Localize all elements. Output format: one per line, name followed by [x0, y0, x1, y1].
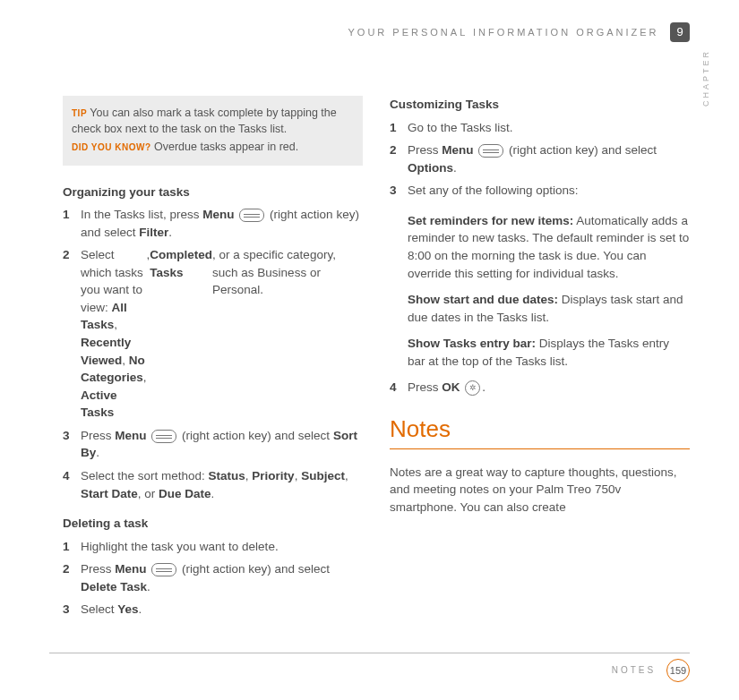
step-text: Select Yes. [81, 601, 363, 619]
step-text: Go to the Tasks list. [408, 119, 690, 137]
step: 3 Press Menu (right action key) and sele… [63, 427, 363, 462]
step-text: Select the sort method: Status, Priority… [81, 467, 363, 502]
option-label: Set reminders for new items: [408, 214, 573, 227]
section-divider [390, 448, 690, 449]
step-text: Press Menu (right action key) and select… [81, 560, 363, 595]
ok-key-icon: ✲ [465, 380, 480, 396]
page-header: YOUR PERSONAL INFORMATION ORGANIZER 9 [63, 22, 690, 42]
menu-key-icon [151, 563, 176, 576]
step-text: Select which tasks you want to view: All… [81, 246, 147, 422]
option-label: Show Tasks entry bar: [408, 337, 536, 350]
option-label: Show start and due dates: [408, 293, 558, 306]
menu-key-icon [239, 209, 264, 222]
tip-text: You can also mark a task complete by tap… [72, 107, 337, 135]
step-text: Set any of the following options: [408, 182, 690, 200]
step-text: Press OK ✲. [408, 379, 690, 397]
option-block: Set reminders for new items: Automatical… [408, 212, 690, 282]
tip-label: TIP [72, 108, 87, 118]
content-columns: TIP You can also mark a task complete by… [63, 96, 690, 631]
option-block: Show Tasks entry bar: Displays the Tasks… [408, 335, 690, 370]
step-number: 3 [63, 601, 81, 619]
did-you-know-label: DID YOU KNOW? [72, 142, 151, 152]
step: 3 Select Yes. [63, 601, 363, 619]
customizing-steps-end: 4 Press OK ✲. [390, 379, 690, 397]
step: 1 In the Tasks list, press Menu (right a… [63, 206, 363, 241]
manual-page: YOUR PERSONAL INFORMATION ORGANIZER 9 CH… [0, 0, 739, 700]
step: 4 Select the sort method: Status, Priori… [63, 467, 363, 502]
step-number: 3 [390, 182, 408, 200]
did-you-know-text: Overdue tasks appear in red. [154, 141, 298, 153]
step-number: 4 [63, 467, 81, 502]
step-number: 1 [63, 206, 81, 241]
tip-box: TIP You can also mark a task complete by… [63, 96, 363, 166]
right-column: Customizing Tasks 1 Go to the Tasks list… [390, 96, 690, 631]
step-text: Press Menu (right action key) and select… [81, 427, 363, 462]
deleting-steps: 1 Highlight the task you want to delete.… [63, 538, 363, 619]
step-number: 2 [390, 141, 408, 176]
left-column: TIP You can also mark a task complete by… [63, 96, 363, 631]
menu-key-icon [478, 144, 503, 158]
chapter-vertical-label: CHAPTER [701, 49, 710, 107]
step: 4 Press OK ✲. [390, 379, 690, 397]
step-text: Press Menu (right action key) and select… [408, 141, 690, 176]
step: 1 Highlight the task you want to delete. [63, 538, 363, 556]
organizing-steps: 1 In the Tasks list, press Menu (right a… [63, 206, 363, 502]
page-footer: NOTES 159 [49, 653, 690, 682]
organizing-heading: Organizing your tasks [63, 184, 363, 201]
header-title: YOUR PERSONAL INFORMATION ORGANIZER [348, 27, 659, 38]
step: 1 Go to the Tasks list. [390, 119, 690, 137]
notes-section-title: Notes [390, 413, 690, 447]
step: 3 Set any of the following options: [390, 182, 690, 200]
step-number: 3 [63, 427, 81, 462]
deleting-heading: Deleting a task [63, 515, 363, 533]
customizing-heading: Customizing Tasks [390, 96, 690, 114]
chapter-number-tab: 9 [670, 22, 690, 42]
page-number: 159 [666, 659, 690, 682]
step-number: 2 [63, 560, 81, 595]
customizing-steps: 1 Go to the Tasks list. 2 Press Menu (ri… [390, 119, 690, 200]
step-number: 4 [390, 379, 408, 397]
step: 2 Press Menu (right action key) and sele… [390, 141, 690, 176]
notes-intro-text: Notes are a great way to capture thought… [390, 464, 690, 516]
menu-key-icon [151, 430, 176, 443]
step: 2 Press Menu (right action key) and sele… [63, 560, 363, 595]
footer-section-label: NOTES [612, 665, 656, 675]
step-text: Highlight the task you want to delete. [81, 538, 363, 556]
step-number: 1 [390, 119, 408, 137]
step-number: 2 [63, 246, 81, 422]
option-block: Show start and due dates: Displays task … [408, 291, 690, 326]
step-number: 1 [63, 538, 81, 556]
step: 2 Select which tasks you want to view: A… [63, 246, 363, 422]
step-text: In the Tasks list, press Menu (right act… [81, 206, 363, 241]
